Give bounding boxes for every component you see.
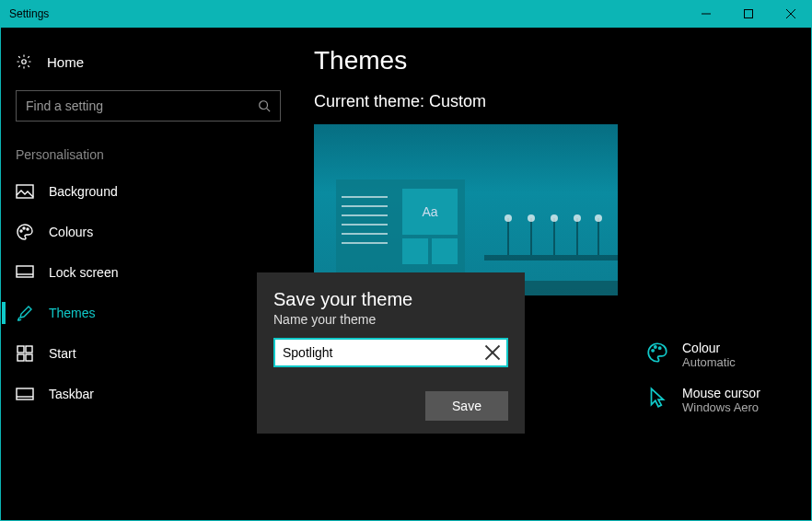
window-title: Settings bbox=[9, 7, 49, 20]
home-label: Home bbox=[47, 54, 84, 70]
active-indicator bbox=[2, 302, 6, 324]
sidebar-item-label: Lock screen bbox=[49, 265, 118, 280]
minimize-button[interactable] bbox=[685, 0, 727, 28]
svg-point-8 bbox=[20, 230, 22, 232]
sidebar-item-label: Colours bbox=[49, 225, 93, 239]
svg-rect-16 bbox=[26, 354, 32, 361]
sidebar-item-label: Background bbox=[49, 184, 118, 199]
sidebar-item-background[interactable]: Background bbox=[1, 171, 296, 212]
theme-options: Colour Automatic Mouse cursor Windows Ae… bbox=[645, 341, 760, 431]
theme-preview: Aa bbox=[314, 124, 618, 295]
sidebar-item-colours[interactable]: Colours bbox=[1, 212, 296, 252]
sidebar-item-themes[interactable]: Themes bbox=[1, 293, 296, 333]
taskbar-icon bbox=[16, 385, 34, 403]
svg-point-9 bbox=[23, 227, 25, 229]
svg-rect-17 bbox=[17, 388, 33, 399]
option-value: Windows Aero bbox=[682, 400, 760, 414]
theme-name-input[interactable] bbox=[283, 345, 484, 360]
palette-icon bbox=[16, 223, 34, 241]
dialog-title: Save your theme bbox=[273, 289, 508, 310]
brush-icon bbox=[16, 304, 34, 322]
sidebar-item-label: Taskbar bbox=[49, 387, 94, 401]
option-value: Automatic bbox=[682, 355, 736, 369]
home-nav[interactable]: Home bbox=[1, 46, 296, 77]
dialog-save-label: Save bbox=[452, 399, 481, 413]
titlebar: Settings bbox=[0, 0, 812, 28]
gear-icon bbox=[16, 53, 32, 70]
monitor-icon bbox=[16, 263, 34, 282]
svg-rect-7 bbox=[17, 185, 33, 198]
svg-point-4 bbox=[22, 60, 27, 64]
sidebar: Home Find a setting Personalisation Back… bbox=[1, 28, 296, 520]
cursor-icon bbox=[645, 386, 669, 410]
tiles-icon bbox=[16, 344, 34, 363]
current-theme-label: Current theme: Custom bbox=[314, 92, 793, 111]
svg-rect-1 bbox=[745, 10, 753, 18]
svg-line-6 bbox=[267, 109, 271, 112]
option-label: Colour bbox=[682, 341, 736, 355]
palette-icon bbox=[645, 341, 669, 365]
maximize-button[interactable] bbox=[727, 0, 770, 28]
preview-tile-aa: Aa bbox=[402, 189, 458, 235]
svg-point-5 bbox=[260, 101, 268, 110]
search-placeholder: Find a setting bbox=[26, 98, 258, 113]
save-theme-dialog: Save your theme Name your theme Save bbox=[257, 272, 525, 434]
search-icon bbox=[258, 99, 271, 112]
clear-input-button[interactable] bbox=[484, 344, 501, 361]
search-input[interactable]: Find a setting bbox=[16, 90, 281, 122]
svg-rect-15 bbox=[17, 354, 24, 361]
svg-rect-13 bbox=[17, 346, 24, 353]
section-label: Personalisation bbox=[1, 122, 296, 171]
sidebar-item-label: Themes bbox=[49, 306, 96, 320]
image-icon bbox=[16, 182, 34, 201]
sidebar-item-lock-screen[interactable]: Lock screen bbox=[1, 252, 296, 293]
close-icon bbox=[484, 344, 501, 361]
option-label: Mouse cursor bbox=[682, 386, 760, 400]
sidebar-item-start[interactable]: Start bbox=[1, 333, 296, 374]
svg-point-10 bbox=[27, 228, 29, 230]
svg-point-21 bbox=[659, 347, 661, 349]
svg-point-20 bbox=[655, 346, 656, 348]
svg-point-19 bbox=[652, 350, 654, 352]
option-colour[interactable]: Colour Automatic bbox=[645, 341, 760, 369]
svg-rect-11 bbox=[17, 266, 33, 277]
theme-name-field[interactable] bbox=[273, 338, 508, 367]
sidebar-item-taskbar[interactable]: Taskbar bbox=[1, 374, 296, 414]
close-button[interactable] bbox=[770, 0, 812, 28]
page-title: Themes bbox=[314, 46, 793, 75]
dialog-subtitle: Name your theme bbox=[273, 312, 508, 327]
svg-rect-14 bbox=[26, 346, 32, 353]
dialog-save-button[interactable]: Save bbox=[425, 391, 508, 421]
option-cursor[interactable]: Mouse cursor Windows Aero bbox=[645, 386, 760, 414]
sidebar-item-label: Start bbox=[49, 346, 76, 361]
